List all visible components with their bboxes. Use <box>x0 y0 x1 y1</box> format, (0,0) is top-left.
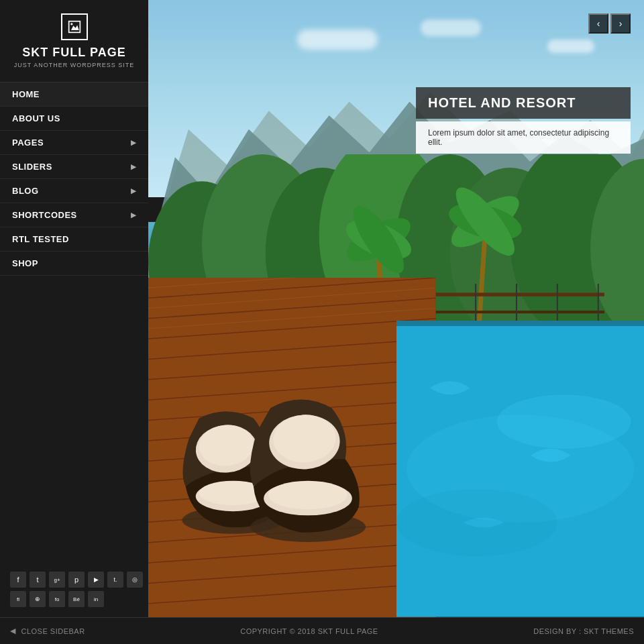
site-tagline: JUST ANOTHER WORDPRESS SITE <box>10 62 138 68</box>
social-instagram[interactable]: ◎ <box>127 572 143 588</box>
social-flickr[interactable]: fl <box>10 591 26 607</box>
arrow-left-icon: ◀ <box>10 627 16 635</box>
social-facebook[interactable]: f <box>10 572 26 588</box>
social-tumblr[interactable]: t. <box>107 572 123 588</box>
chairs-svg <box>158 309 396 568</box>
nav-item-shortcodes[interactable]: SHORTCODES ▶ <box>0 203 148 227</box>
social-youtube[interactable]: ▶ <box>88 572 104 588</box>
nav-label-rtl: RTL TESTED <box>12 234 69 244</box>
nav-item-blog[interactable]: BLOG ▶ <box>0 179 148 203</box>
svg-point-1 <box>70 23 72 25</box>
nav-item-home[interactable]: HOME <box>0 83 148 107</box>
hero-title: HOTEL AND RESORT <box>428 95 619 111</box>
svg-point-67 <box>268 481 347 510</box>
hero-desc-box: Lorem ipsum dolor sit amet, consectetur … <box>416 121 631 154</box>
social-dribbble[interactable]: ⊕ <box>30 591 46 607</box>
nav-label-sliders: SLIDERS <box>12 162 52 172</box>
chevron-right-icon: › <box>619 18 623 29</box>
chevron-left-icon: ‹ <box>597 18 600 29</box>
svg-point-58 <box>496 395 631 449</box>
social-googleplus[interactable]: g+ <box>49 572 65 588</box>
pool-svg <box>396 321 645 617</box>
footer-copyright: COPYRIGHT © 2018 SKT FULL PAGE <box>240 627 378 635</box>
chevron-right-icon: ▶ <box>131 211 137 219</box>
slider-controls: ‹ › <box>588 13 631 34</box>
social-twitter[interactable]: t <box>30 572 46 588</box>
slider-prev-button[interactable]: ‹ <box>588 13 608 34</box>
nav-label-shortcodes: SHORTCODES <box>12 210 77 220</box>
cloud-2 <box>421 19 481 36</box>
chevron-right-icon: ▶ <box>131 187 137 195</box>
nav-item-sliders[interactable]: SLIDERS ▶ <box>0 155 148 179</box>
chevron-right-icon: ▶ <box>131 163 137 170</box>
site-branding: SKT FULL PAGE JUST ANOTHER WORDPRESS SIT… <box>0 0 148 83</box>
main-content: ‹ › HOTEL AND RESORT Lorem ipsum dolor s… <box>148 0 644 617</box>
site-title: SKT FULL PAGE <box>10 46 138 60</box>
site-logo <box>61 13 88 40</box>
social-pinterest[interactable]: p <box>68 572 85 588</box>
nav-item-shop[interactable]: SHOP <box>0 252 148 276</box>
svg-rect-59 <box>396 321 645 326</box>
nav-label-home: HOME <box>12 89 40 99</box>
nav-label-pages: PAGES <box>12 138 44 148</box>
nav-item-about[interactable]: ABOUT US <box>0 107 148 131</box>
nav-item-rtl[interactable]: RTL TESTED <box>0 227 148 252</box>
social-linkedin[interactable]: in <box>88 591 104 607</box>
cloud-3 <box>547 40 594 53</box>
social-forrst[interactable]: fo <box>49 591 65 607</box>
social-behance[interactable]: Bé <box>68 591 85 607</box>
sidebar: SKT FULL PAGE JUST ANOTHER WORDPRESS SIT… <box>0 0 148 617</box>
cloud-1 <box>297 30 378 50</box>
nav-label-shop: SHOP <box>12 258 38 268</box>
close-sidebar-button[interactable]: ◀ CLOSE SIDEBAR <box>10 627 85 635</box>
hero-title-box: HOTEL AND RESORT <box>416 87 631 119</box>
close-sidebar-label: CLOSE SIDEBAR <box>21 627 85 635</box>
nav-label-about: ABOUT US <box>12 113 60 123</box>
footer-design-credit: DESIGN BY : SKT THEMES <box>533 627 634 635</box>
footer-bar: ◀ CLOSE SIDEBAR COPYRIGHT © 2018 SKT FUL… <box>0 617 644 644</box>
chevron-right-icon: ▶ <box>131 139 137 146</box>
social-icons-grid: f t g+ p ▶ t. ◎ fl ⊕ fo Bé in <box>0 561 148 617</box>
nav-label-blog: BLOG <box>12 186 39 196</box>
nav-menu: HOME ABOUT US PAGES ▶ SLIDERS ▶ BLOG ▶ S… <box>0 83 148 561</box>
pool-area <box>396 321 645 617</box>
logo-icon <box>68 20 81 34</box>
nav-item-pages[interactable]: PAGES ▶ <box>0 131 148 155</box>
chairs-area <box>158 309 396 568</box>
hero-overlay: HOTEL AND RESORT Lorem ipsum dolor sit a… <box>416 87 631 154</box>
slider-next-button[interactable]: › <box>610 13 631 34</box>
hero-description: Lorem ipsum dolor sit amet, consectetur … <box>428 128 619 147</box>
